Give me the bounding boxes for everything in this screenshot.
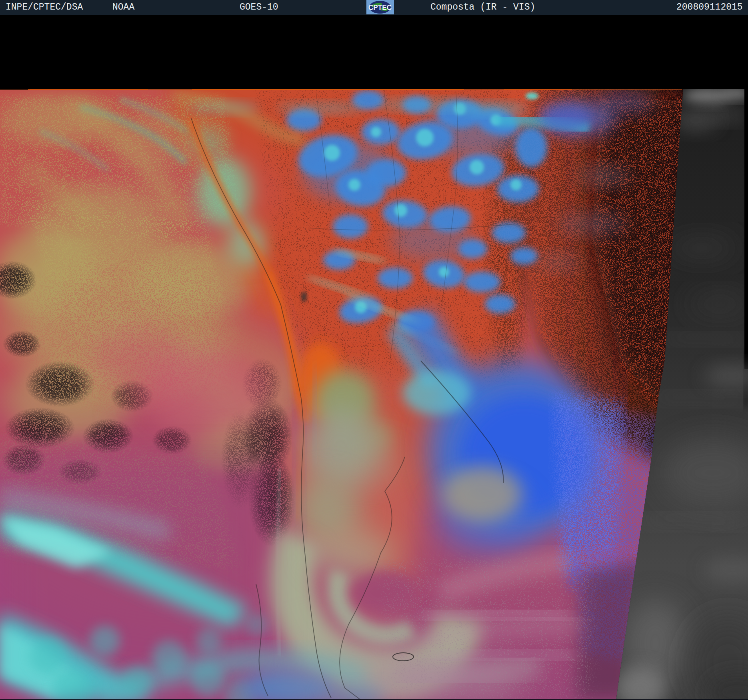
svg-text:CPTEC: CPTEC [368,3,392,12]
